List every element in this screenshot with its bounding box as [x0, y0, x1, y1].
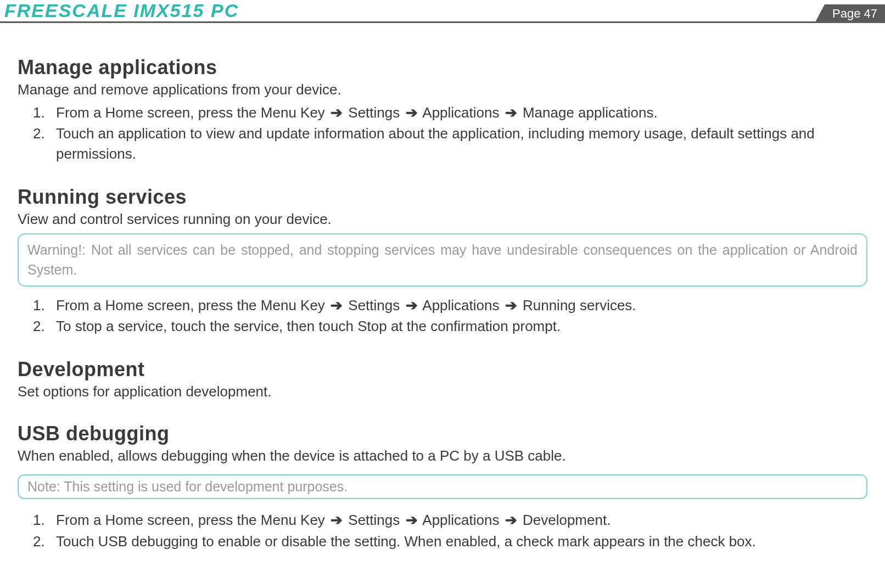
step-item: From a Home screen, press the Menu Key ➔… — [33, 295, 867, 315]
step-text: From a Home screen, press the Menu Key — [56, 512, 329, 528]
document-title: FREESCALE IMX515 PC — [0, 0, 885, 21]
step-text: From a Home screen, press the Menu Key — [56, 104, 329, 121]
section-title-development: Development — [18, 358, 867, 381]
step-text: Applications — [419, 512, 503, 528]
page-content: Manage applications Manage and remove ap… — [0, 23, 885, 551]
steps-running-services: From a Home screen, press the Menu Key ➔… — [18, 295, 867, 337]
step-item: To stop a service, touch the service, th… — [33, 316, 867, 336]
step-item: Touch USB debugging to enable or disable… — [33, 531, 867, 551]
section-desc-usb-debugging: When enabled, allows debugging when the … — [18, 447, 867, 464]
step-text: Settings — [344, 297, 404, 313]
page-label: Page — [832, 7, 860, 20]
step-item: Touch an application to view and update … — [33, 124, 867, 164]
section-title-running-services: Running services — [18, 186, 867, 209]
step-text: Running services. — [519, 297, 636, 313]
page-number: 47 — [864, 7, 877, 20]
step-item: From a Home screen, press the Menu Key ➔… — [33, 510, 867, 530]
warning-callout: Warning!: Not all services can be stoppe… — [18, 233, 867, 287]
section-desc-development: Set options for application development. — [18, 383, 867, 400]
step-text: Applications — [419, 104, 503, 121]
page-header: FREESCALE IMX515 PC Page 47 — [0, 0, 885, 23]
page-number-badge: Page 47 — [815, 4, 885, 23]
step-text: Manage applications. — [519, 104, 658, 121]
step-text: Settings — [344, 104, 404, 121]
arrow-icon: ➔ — [331, 512, 343, 528]
arrow-icon: ➔ — [505, 297, 517, 313]
section-desc-manage-applications: Manage and remove applications from your… — [18, 81, 867, 98]
arrow-icon: ➔ — [406, 512, 418, 528]
step-text: From a Home screen, press the Menu Key — [56, 297, 329, 313]
section-title-manage-applications: Manage applications — [18, 56, 867, 79]
arrow-icon: ➔ — [406, 297, 418, 313]
arrow-icon: ➔ — [331, 104, 343, 121]
steps-manage-applications: From a Home screen, press the Menu Key ➔… — [18, 103, 867, 164]
section-desc-running-services: View and control services running on you… — [18, 211, 867, 228]
step-item: From a Home screen, press the Menu Key ➔… — [33, 103, 867, 122]
arrow-icon: ➔ — [331, 297, 343, 313]
section-title-usb-debugging: USB debugging — [18, 422, 867, 445]
steps-usb-debugging: From a Home screen, press the Menu Key ➔… — [18, 510, 867, 551]
step-text: Settings — [344, 512, 404, 528]
step-text: Applications — [419, 297, 503, 313]
note-callout: Note: This setting is used for developme… — [18, 474, 867, 499]
step-text: Development. — [519, 512, 611, 528]
arrow-icon: ➔ — [406, 104, 418, 121]
arrow-icon: ➔ — [505, 512, 517, 528]
arrow-icon: ➔ — [505, 104, 517, 121]
